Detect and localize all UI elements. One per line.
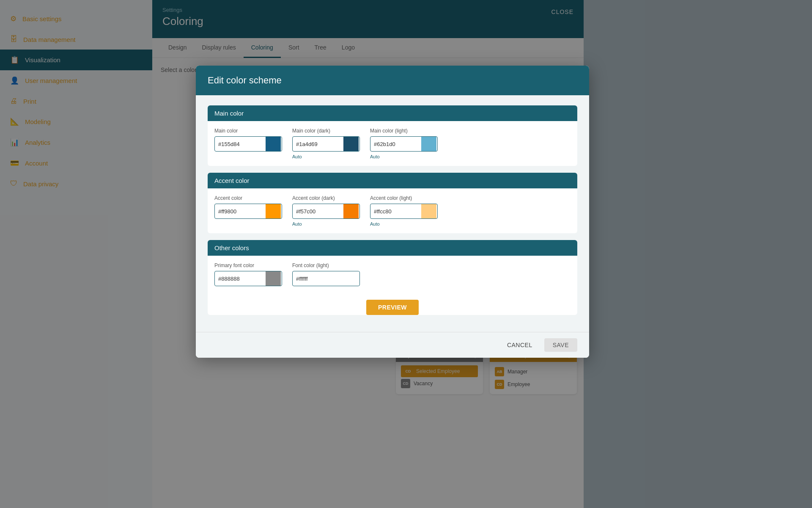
color-label-main-color: Main color xyxy=(214,128,282,134)
color-text-main-color[interactable] xyxy=(215,138,266,150)
color-swatch-accent-color-light[interactable] xyxy=(421,204,436,218)
modal-body: Main colorMain colorMain color (dark)Aut… xyxy=(196,95,589,332)
color-swatch-accent-color[interactable] xyxy=(266,204,281,218)
color-swatch-main-color[interactable] xyxy=(266,137,281,151)
preview-button[interactable]: PREVIEW xyxy=(366,300,419,315)
color-section-body-main-color: Main colorMain color (dark)AutoMain colo… xyxy=(208,121,577,166)
modal-header: Edit color scheme xyxy=(196,66,589,95)
color-field-accent-color-dark: Accent color (dark)Auto xyxy=(292,195,360,226)
color-swatch-accent-color-dark[interactable] xyxy=(343,204,359,218)
color-field-accent-color-light: Accent color (light)Auto xyxy=(370,195,438,226)
color-input-row-main-color-light xyxy=(370,136,438,152)
color-input-row-accent-color-dark xyxy=(292,204,360,219)
color-text-accent-color-dark[interactable] xyxy=(293,206,343,217)
edit-color-scheme-modal: Edit color scheme Main colorMain colorMa… xyxy=(196,66,589,358)
color-label-font-color-light: Font color (light) xyxy=(292,262,360,268)
color-text-main-color-light[interactable] xyxy=(370,138,421,150)
modal-footer: CANCEL SAVE xyxy=(196,332,589,358)
color-text-main-color-dark[interactable] xyxy=(293,138,343,150)
color-label-accent-color-light: Accent color (light) xyxy=(370,195,438,201)
color-field-main-color-light: Main color (light)Auto xyxy=(370,128,438,159)
color-input-row-accent-color xyxy=(214,204,282,219)
color-label-main-color-dark: Main color (dark) xyxy=(292,128,360,134)
color-input-row-main-color-dark xyxy=(292,136,360,152)
auto-label-accent-color-dark: Auto xyxy=(292,221,360,226)
color-section-accent-color: Accent colorAccent colorAccent color (da… xyxy=(208,173,577,233)
color-field-main-color-dark: Main color (dark)Auto xyxy=(292,128,360,159)
cancel-button[interactable]: CANCEL xyxy=(500,338,539,352)
color-field-font-color-light: Font color (light) xyxy=(292,262,360,286)
color-text-font-color-light[interactable] xyxy=(293,273,343,284)
color-field-main-color: Main color xyxy=(214,128,282,159)
color-input-row-accent-color-light xyxy=(370,204,438,219)
modal-title: Edit color scheme xyxy=(208,75,282,86)
color-section-header-main-color: Main color xyxy=(208,105,577,121)
color-field-primary-font-color: Primary font color xyxy=(214,262,282,286)
auto-label-accent-color-light: Auto xyxy=(370,221,438,226)
auto-label-main-color-dark: Auto xyxy=(292,154,360,159)
color-field-accent-color: Accent color xyxy=(214,195,282,226)
color-section-header-accent-color: Accent color xyxy=(208,173,577,188)
color-section-body-accent-color: Accent colorAccent color (dark)AutoAccen… xyxy=(208,188,577,233)
color-label-accent-color: Accent color xyxy=(214,195,282,201)
color-swatch-primary-font-color[interactable] xyxy=(266,271,281,286)
color-input-row-primary-font-color xyxy=(214,271,282,286)
auto-label-main-color-light: Auto xyxy=(370,154,438,159)
color-input-row-main-color xyxy=(214,136,282,152)
color-label-primary-font-color: Primary font color xyxy=(214,262,282,268)
color-swatch-font-color-light[interactable] xyxy=(343,271,359,286)
color-section-body-other-colors: Primary font colorFont color (light) xyxy=(208,256,577,293)
color-label-main-color-light: Main color (light) xyxy=(370,128,438,134)
color-label-accent-color-dark: Accent color (dark) xyxy=(292,195,360,201)
color-swatch-main-color-dark[interactable] xyxy=(343,137,359,151)
color-text-accent-color[interactable] xyxy=(215,206,266,217)
color-input-row-font-color-light xyxy=(292,271,360,286)
save-button[interactable]: SAVE xyxy=(544,338,577,352)
color-section-header-other-colors: Other colors xyxy=(208,240,577,256)
color-section-main-color: Main colorMain colorMain color (dark)Aut… xyxy=(208,105,577,166)
color-text-accent-color-light[interactable] xyxy=(370,206,421,217)
color-swatch-main-color-light[interactable] xyxy=(421,137,436,151)
color-section-other-colors: Other colorsPrimary font colorFont color… xyxy=(208,240,577,315)
color-text-primary-font-color[interactable] xyxy=(215,273,266,284)
